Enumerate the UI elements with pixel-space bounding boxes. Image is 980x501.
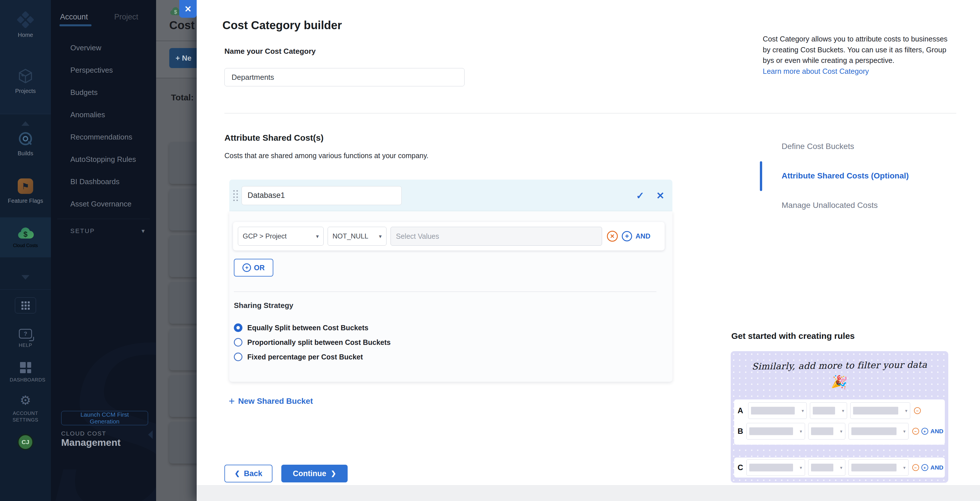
- wizard-steps: Define Cost Buckets Attribute Shared Cos…: [781, 142, 909, 230]
- tab-account[interactable]: Account: [60, 13, 88, 21]
- sidebar-item-label: ACCOUNT SETTINGS: [10, 410, 41, 423]
- get-started-heading: Get started with creating rules: [731, 331, 855, 341]
- row-letter: A: [738, 406, 745, 415]
- rule-operator-dropdown[interactable]: NOT_NULL ▾: [328, 227, 387, 246]
- section-heading: Attribute Shared Cost(s): [224, 133, 324, 143]
- caret-down-icon: ▾: [842, 408, 844, 414]
- sidebar-item-anomalies[interactable]: Anomalies: [70, 110, 136, 119]
- total-label: Total:: [171, 93, 194, 102]
- sidebar-item-account-settings[interactable]: ⚙ ACCOUNT SETTINGS: [0, 394, 51, 423]
- step-define-cost-buckets[interactable]: Define Cost Buckets: [781, 142, 909, 151]
- radio-proportionally-split[interactable]: Proportionally split between Cost Bucket…: [234, 338, 390, 347]
- bucket-name-input[interactable]: [242, 186, 402, 205]
- collapse-nav-icon[interactable]: [148, 430, 153, 439]
- sidebar-item-home[interactable]: Home: [0, 11, 51, 38]
- dollar-glyph: $: [174, 9, 177, 15]
- placeholder-dropdown: ▾: [746, 459, 805, 476]
- row-letter: C: [738, 463, 743, 472]
- app-window: Home Projects Builds ⚑ Feature Flags: [0, 0, 980, 501]
- rail-divider: [0, 114, 51, 114]
- caret-down-icon: ▾: [905, 408, 907, 414]
- scroll-up-icon[interactable]: [21, 121, 29, 126]
- rules-illustration: Similarly, add more to filter your data …: [731, 351, 948, 483]
- cost-category-name-input[interactable]: [224, 68, 465, 86]
- rule-values-input[interactable]: [390, 227, 602, 246]
- sidebar-item-budgets[interactable]: Budgets: [70, 88, 136, 97]
- setup-label: SETUP: [70, 227, 95, 235]
- active-tab-underline: [59, 24, 91, 26]
- continue-button[interactable]: Continue ❯: [281, 465, 348, 482]
- scope-tabs: Account Project: [60, 13, 138, 21]
- ccm-watermark: S: [51, 318, 156, 501]
- illustration-rule-group: C ▾ ▾ ▾ − + AND: [734, 458, 945, 477]
- placeholder-dropdown: ▾: [808, 459, 845, 476]
- home-icon: [17, 11, 34, 28]
- new-shared-bucket-link[interactable]: + New Shared Bucket: [229, 396, 313, 406]
- sidebar-item-perspectives[interactable]: Perspectives: [70, 66, 136, 74]
- add-or-button[interactable]: + OR: [234, 259, 273, 277]
- scroll-down-icon[interactable]: [21, 275, 29, 280]
- delete-bucket-icon[interactable]: ✕: [656, 191, 665, 200]
- sidebar-item-projects[interactable]: Projects: [0, 68, 51, 94]
- or-button-label: OR: [254, 264, 265, 272]
- step-attribute-shared-costs[interactable]: Attribute Shared Costs (Optional): [781, 171, 909, 181]
- sidebar-item-dashboards[interactable]: DASHBOARDS: [0, 362, 51, 383]
- caret-down-icon: ▾: [316, 233, 319, 240]
- sidebar-item-asset-governance[interactable]: Asset Governance: [70, 200, 136, 208]
- sidebar-item-bi-dashboards[interactable]: BI Dashboards: [70, 177, 136, 186]
- and-button-label[interactable]: AND: [635, 232, 651, 240]
- nav-menu: Overview Perspectives Budgets Anomalies …: [70, 43, 136, 222]
- module-picker-button[interactable]: [15, 297, 36, 313]
- sidebar-item-label: HELP: [10, 342, 41, 349]
- caret-down-icon: ▾: [903, 465, 905, 471]
- sidebar-item-autostopping-rules[interactable]: AutoStopping Rules: [70, 155, 136, 164]
- drag-handle-icon[interactable]: [233, 190, 238, 201]
- sidebar-item-builds[interactable]: Builds: [0, 131, 51, 157]
- plus-icon: +: [921, 428, 928, 435]
- setup-section-toggle[interactable]: SETUP ▾: [70, 227, 145, 235]
- confirm-bucket-icon[interactable]: ✓: [636, 191, 644, 200]
- sidebar-item-label: Home: [18, 32, 33, 38]
- plus-icon: +: [229, 396, 235, 406]
- sidebar-item-overview[interactable]: Overview: [70, 43, 136, 52]
- close-icon: ✕: [185, 4, 191, 14]
- section-description: Costs that are shared among various func…: [224, 151, 428, 160]
- sidebar-item-feature-flags[interactable]: ⚑ Feature Flags: [0, 178, 51, 204]
- sidebar-item-label: Cloud Costs: [13, 243, 38, 248]
- radio-fixed-percentage[interactable]: Fixed percentage per Cost Bucket: [234, 353, 363, 361]
- rule-operator-value: NOT_NULL: [332, 232, 368, 240]
- caret-down-icon: ▾: [802, 408, 804, 414]
- placeholder-dropdown: ▾: [848, 423, 908, 439]
- chevron-left-icon: ❮: [235, 470, 240, 477]
- placeholder-dropdown: ▾: [808, 423, 845, 439]
- module-label-big: Management: [61, 437, 121, 448]
- sidebar-item-cloud-costs[interactable]: $ Cloud Costs: [0, 217, 51, 258]
- add-and-icon[interactable]: +: [622, 231, 632, 241]
- radio-equally-split[interactable]: Equally Split between Cost Buckets: [234, 323, 369, 332]
- chevron-down-icon: ▾: [142, 227, 145, 235]
- back-button[interactable]: ❮ Back: [224, 465, 272, 482]
- module-nav-panel: S Account Project Overview Perspectives …: [51, 0, 156, 501]
- rule-field-dropdown[interactable]: GCP > Project ▾: [238, 227, 324, 246]
- avatar[interactable]: CJ: [18, 434, 33, 450]
- sidebar-item-help[interactable]: ? HELP: [0, 329, 51, 349]
- close-drawer-button[interactable]: ✕: [179, 0, 197, 18]
- name-label: Name your Cost Category: [224, 47, 316, 56]
- caret-down-icon: ▾: [379, 233, 382, 240]
- divider: [156, 78, 197, 78]
- divider: [224, 113, 956, 113]
- learn-more-link[interactable]: Learn more about Cost Category: [763, 66, 956, 77]
- module-rail: Home Projects Builds ⚑ Feature Flags: [0, 0, 51, 501]
- caret-down-icon: ▾: [800, 429, 802, 434]
- remove-rule-icon[interactable]: ✕: [607, 231, 618, 242]
- sidebar-item-recommendations[interactable]: Recommendations: [70, 133, 136, 141]
- launch-ccm-first-gen-button[interactable]: Launch CCM First Generation: [61, 411, 148, 425]
- sharing-strategy-label: Sharing Strategy: [234, 301, 293, 310]
- radio-label: Proportionally split between Cost Bucket…: [247, 338, 390, 347]
- tab-project[interactable]: Project: [115, 13, 138, 21]
- sidebar-item-label: Feature Flags: [8, 197, 43, 204]
- projects-icon: [18, 68, 33, 84]
- cloud-costs-icon: $: [17, 226, 34, 240]
- step-manage-unallocated-costs[interactable]: Manage Unallocated Costs: [781, 201, 909, 210]
- sidebar-item-label: Builds: [18, 150, 33, 157]
